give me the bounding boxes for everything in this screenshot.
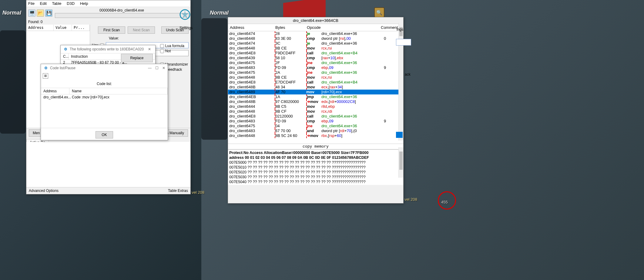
codelist-window: ⚙ Code list/Pause — ☐ ✕ ≡ Code list: Add… xyxy=(41,64,168,140)
col-opcode[interactable]: Opcode xyxy=(305,25,329,30)
level-label: vel 208 xyxy=(404,197,417,202)
close-icon[interactable]: ✕ xyxy=(162,66,165,70)
speedhack-partial: ack xyxy=(405,72,411,77)
highlight-circle xyxy=(438,191,456,210)
toolbar: 🖥️ 📂 💾 000006B4-dro_client64.exe xyxy=(26,7,190,19)
table-row-partial[interactable] xyxy=(396,132,403,138)
opcodes-title: The following opcodes write to 183EB4CA0… xyxy=(70,47,144,51)
disassembly-row[interactable]: dro_client644883 3E 00cmpdword ptr [rsi]… xyxy=(228,36,403,41)
disassembly-row[interactable]: dro_client648B48 34movecx,[rax+34] xyxy=(228,85,403,90)
memory-viewer-window: dro_client64.exe+3664CB Address Bytes Op… xyxy=(228,17,404,203)
ce-logo-icon xyxy=(179,9,190,20)
not-checkbox[interactable] xyxy=(160,49,164,53)
disassembly-row[interactable]: dro_client648367 70 00anddword ptr [rdi+… xyxy=(228,128,403,133)
disassembly-row[interactable]: dro_client6483FD 09cmpebp,099 xyxy=(228,119,403,124)
disassembly-row[interactable]: dro_client64E8E7DCD4FFcalldro_client64.e… xyxy=(228,80,403,85)
disassembly-row[interactable]: dro_client64448B C5movr8d,ebp xyxy=(228,104,403,109)
level-label: vel 208 xyxy=(192,190,204,195)
maximize-icon[interactable]: ☐ xyxy=(155,66,159,70)
menu-edit[interactable]: Edit xyxy=(40,1,47,6)
col-name[interactable]: Name xyxy=(69,88,168,94)
disassembly-row[interactable]: dro_client647428jedro_client64.exe+36 xyxy=(228,31,403,36)
disassembly-row[interactable]: dro_client648B97 C8020000➔movedx,[rdi+00… xyxy=(228,99,403,104)
col-bytes[interactable]: Bytes xyxy=(273,25,305,30)
minimize-icon[interactable]: — xyxy=(148,66,152,70)
col-address[interactable]: Address xyxy=(41,88,69,94)
found-count: Found: 0 xyxy=(26,19,190,25)
advanced-options-link[interactable]: Advanced Options xyxy=(29,189,59,193)
col-prev[interactable]: Pr... xyxy=(72,25,90,31)
settings-link[interactable]: Settings xyxy=(179,26,193,30)
menu-file[interactable]: File xyxy=(28,1,35,6)
disassembly-row[interactable]: dro_client64488B CFmovrcx,rdi xyxy=(228,109,403,114)
open-process-icon[interactable]: 🖥️ xyxy=(28,9,35,17)
value-label: Value: xyxy=(109,36,119,40)
process-title: 000006B4-dro_client64.exe xyxy=(55,8,189,13)
next-scan-button[interactable]: Next Scan xyxy=(128,26,155,34)
ce-logo-icon: ⚙ xyxy=(43,66,48,70)
disassembly-row[interactable]: dro_client6483FD 09cmpebp,099 xyxy=(228,65,403,70)
scrollbar[interactable] xyxy=(398,147,403,178)
game-mode-label: Normal xyxy=(2,10,21,16)
codelist-heading: Code list: xyxy=(41,80,168,88)
cheat-table-area[interactable] xyxy=(26,142,190,187)
search-icon[interactable]: 🔍 xyxy=(374,7,384,18)
opcodes-window: ⚙ The following opcodes write to 183EB4C… xyxy=(60,45,156,64)
game-mode-label: Normal xyxy=(210,10,229,16)
col-count[interactable]: C... xyxy=(61,53,69,60)
first-scan-button[interactable]: First Scan xyxy=(98,26,125,34)
value-input-partial[interactable] xyxy=(396,39,411,46)
disassembly-row[interactable]: dro_client64488B 5C 24 60➔movrbx,[rsp+60… xyxy=(228,133,403,138)
disassembly-row[interactable]: dro_client64743Cjedro_client64.exe+36 xyxy=(228,41,403,46)
col-address[interactable]: Address xyxy=(228,25,273,30)
disassembly-row[interactable]: dro_client64488B CEmovrcx,rsi xyxy=(228,46,403,51)
menu-table[interactable]: Table xyxy=(52,1,61,6)
disassembly-row[interactable]: dro_client64894F 70mov[rdi+70],ecx xyxy=(228,90,403,94)
lua-checkbox[interactable] xyxy=(160,44,164,48)
codelist-title: Code list/Pause xyxy=(50,66,75,70)
ok-button[interactable]: OK xyxy=(96,131,113,138)
table-extras-link[interactable]: Table Extras xyxy=(168,189,188,193)
menu-help[interactable]: Help xyxy=(80,1,88,6)
menubar: File Edit Table D3D Help xyxy=(26,0,190,7)
hex-view[interactable]: Protect:No Access AllocationBase=0000000… xyxy=(228,149,403,185)
settings-partial: ings xyxy=(397,27,403,32)
disassembly-row[interactable]: dro_client64488B CEmovrcx,rsi xyxy=(228,75,403,80)
disassembly-row[interactable]: dro_client64E8F9DCD4FFcalldro_client64.e… xyxy=(228,51,403,56)
disassembly-row[interactable]: dro_client647504jnedro_client64.exe+36 xyxy=(228,124,403,128)
ce-logo-icon: ⚙ xyxy=(63,47,68,52)
col-address[interactable]: Address xyxy=(26,25,54,31)
copy-memory-button[interactable]: copy memory xyxy=(228,144,403,149)
disassembly-row[interactable]: dro_client64E802120000calldro_client64.e… xyxy=(228,114,403,119)
list-icon[interactable]: ≡ xyxy=(43,73,48,79)
disassembly-row[interactable]: dro_client64752Fjnedro_client64.exe+36 xyxy=(228,60,403,65)
dis-title: dro_client64.exe+3664CB xyxy=(228,17,403,24)
save-icon[interactable]: 💾 xyxy=(45,9,52,17)
close-icon[interactable]: ✕ xyxy=(146,47,153,51)
open-file-icon[interactable]: 📂 xyxy=(37,9,44,17)
disassembly-row[interactable]: dro_client643958 10cmp[rax+10],ebx xyxy=(228,56,403,60)
codelist-row[interactable]: dro_client64.ex... Code :mov [rdi+70],ec… xyxy=(41,94,168,100)
disassembly-row[interactable]: dro_client64752Ajnedro_client64.exe+36 xyxy=(228,70,403,75)
replace-button[interactable]: Replace xyxy=(121,54,153,62)
disassembly-list[interactable]: dro_client647428jedro_client64.exe+36dro… xyxy=(228,31,403,144)
col-value[interactable]: Value xyxy=(54,25,72,31)
progress-bar xyxy=(55,13,189,18)
disassembly-row[interactable]: dro_client64EB1Ajmpdro_client64.exe+36 xyxy=(228,94,403,99)
menu-d3d[interactable]: D3D xyxy=(67,1,75,6)
